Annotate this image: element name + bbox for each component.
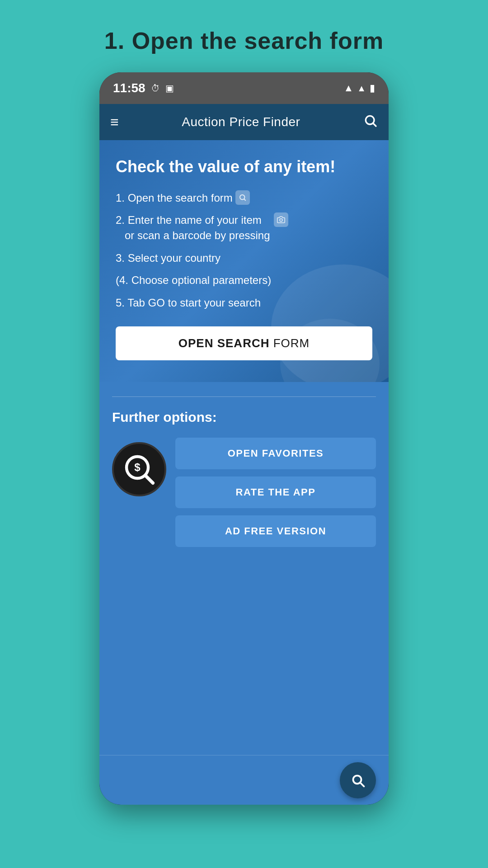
- section-divider: [112, 396, 376, 397]
- svg-line-1: [373, 123, 376, 126]
- hero-section: Check the value of any item! 1. Open the…: [99, 140, 389, 382]
- instruction-2: 2. Enter the name of your item or scan a…: [116, 212, 372, 243]
- instruction-2-text: 2. Enter the name of your item or scan a…: [116, 212, 270, 243]
- instruction-1-text: 1. Open the search form: [116, 190, 233, 206]
- camera-inline-icon: [274, 212, 288, 227]
- phone-frame: 11:58 ⏱ ▣ ▲ ▲ ▮ ≡ Auction Price Finder C…: [99, 72, 389, 805]
- search-inline-icon: [235, 190, 250, 205]
- instruction-5: 5. Tab GO to start your search: [116, 295, 372, 311]
- further-section: Further options: $ OPEN FAVORITES RATE T…: [99, 382, 389, 755]
- svg-point-4: [280, 219, 282, 222]
- fab-search-button[interactable]: [340, 762, 376, 798]
- rate-the-app-button[interactable]: RATE THE APP: [175, 476, 376, 508]
- clock-icon: ⏱: [151, 83, 160, 94]
- svg-line-3: [244, 199, 245, 200]
- svg-line-6: [145, 476, 153, 483]
- status-right: ▲ ▲ ▮: [343, 82, 375, 94]
- instruction-4: (4. Choose optional parameters): [116, 273, 372, 288]
- toolbar-title: Auction Price Finder: [182, 115, 300, 129]
- instructions-list: 1. Open the search form 2. Enter the nam…: [116, 190, 372, 311]
- open-search-button[interactable]: OPEN SEARCH FORM: [116, 326, 372, 360]
- battery-icon: ▮: [370, 82, 375, 94]
- svg-point-2: [240, 195, 245, 200]
- instruction-4-text: (4. Choose optional parameters): [116, 273, 271, 288]
- instruction-3-text: 3. Select your country: [116, 250, 221, 266]
- page-title: 1. Open the search form: [104, 27, 384, 54]
- hero-heading: Check the value of any item!: [116, 156, 372, 178]
- further-buttons: OPEN FAVORITES RATE THE APP AD FREE VERS…: [175, 438, 376, 547]
- open-favorites-button[interactable]: OPEN FAVORITES: [175, 438, 376, 469]
- status-time: 11:58: [113, 81, 145, 95]
- toolbar: ≡ Auction Price Finder: [99, 104, 389, 140]
- instruction-5-text: 5. Tab GO to start your search: [116, 295, 261, 311]
- svg-text:$: $: [134, 461, 141, 473]
- instruction-3: 3. Select your country: [116, 250, 372, 266]
- app-logo: $: [112, 442, 166, 496]
- wifi-icon: ▲: [343, 82, 353, 94]
- search-icon[interactable]: [363, 113, 378, 131]
- menu-icon[interactable]: ≡: [110, 114, 119, 131]
- ad-free-version-button[interactable]: AD FREE VERSION: [175, 515, 376, 547]
- signal-icon: ▲: [357, 83, 366, 94]
- open-search-light: FORM: [269, 336, 310, 350]
- instruction-1: 1. Open the search form: [116, 190, 372, 206]
- further-content: $ OPEN FAVORITES RATE THE APP AD FREE VE…: [112, 438, 376, 547]
- open-search-bold: OPEN SEARCH: [178, 336, 270, 350]
- bottom-bar: [99, 755, 389, 805]
- sim-icon: ▣: [165, 83, 174, 94]
- status-left: 11:58 ⏱ ▣: [113, 81, 174, 95]
- further-heading: Further options:: [112, 410, 376, 425]
- status-bar: 11:58 ⏱ ▣ ▲ ▲ ▮: [99, 72, 389, 104]
